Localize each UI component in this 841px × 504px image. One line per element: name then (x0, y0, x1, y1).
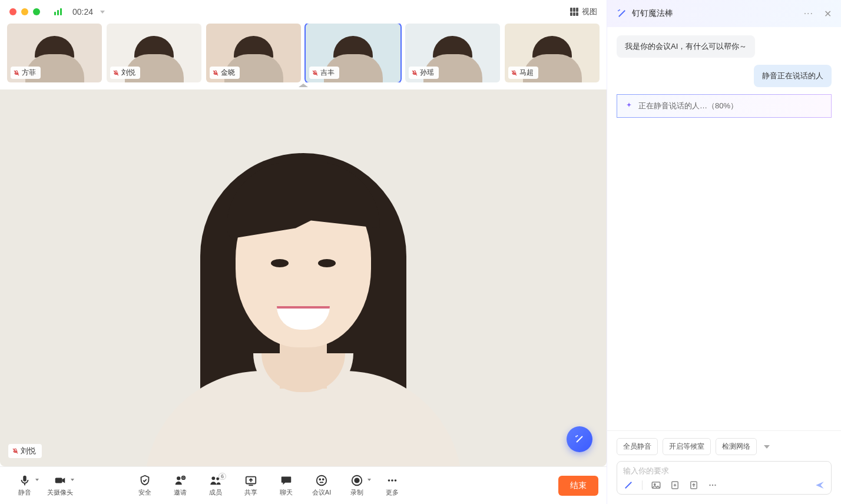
security-button[interactable]: 安全 (128, 474, 161, 497)
shield-icon (138, 474, 151, 487)
invite-icon (174, 474, 187, 487)
quick-actions-row: 全员静音 开启等候室 检测网络 (617, 438, 832, 455)
close-panel-icon[interactable]: ✕ (824, 8, 832, 19)
window-top-bar: 00:24 视图 (0, 0, 607, 24)
add-file-icon[interactable] (670, 480, 680, 490)
upload-file-icon[interactable] (688, 480, 699, 490)
meeting-timer: 00:24 (72, 7, 93, 16)
participant-label: 吉丰 (309, 67, 339, 79)
collapse-strip-button[interactable] (0, 82, 607, 89)
members-count-badge: 6 (218, 473, 226, 480)
svg-point-23 (388, 479, 390, 482)
participant-name: 孙瑶 (420, 68, 434, 78)
participant-strip-container: 方菲 刘悦 金晓 吉丰 (0, 24, 607, 89)
svg-point-14 (211, 476, 215, 480)
mic-muted-icon (212, 69, 219, 77)
svg-point-32 (709, 485, 710, 486)
mic-muted-icon (12, 447, 19, 455)
close-window-dot[interactable] (9, 8, 16, 15)
mic-muted-icon (511, 69, 518, 77)
svg-point-24 (391, 479, 393, 482)
participant-tile[interactable]: 吉丰 (306, 24, 400, 82)
timer-dropdown-icon[interactable] (100, 11, 105, 14)
participant-tile[interactable]: 金晓 (206, 24, 301, 82)
meeting-ai-button[interactable]: 会议AI (305, 474, 338, 497)
signal-strength-icon (54, 8, 62, 15)
wand-tool-icon[interactable] (623, 480, 634, 490)
participant-label: 方菲 (11, 67, 41, 79)
camera-button[interactable]: 关摄像头 (44, 474, 77, 497)
chevron-down-icon (35, 479, 39, 481)
participant-tile[interactable]: 刘悦 (107, 24, 201, 82)
mic-muted-icon (112, 69, 120, 77)
participant-name: 刘悦 (121, 68, 135, 78)
main-speaker-avatar-placeholder (162, 130, 445, 466)
quick-action-waiting-room[interactable]: 开启等候室 (663, 438, 711, 455)
participant-tile[interactable]: 方菲 (7, 24, 102, 82)
user-message-bubble: 静音正在说话的人 (754, 65, 832, 87)
record-button[interactable]: 录制 (340, 474, 373, 497)
ai-input-box (617, 461, 832, 495)
more-button[interactable]: 更多 (376, 474, 409, 497)
send-icon[interactable] (814, 480, 825, 490)
main-speaker-video[interactable]: 刘悦 (0, 89, 607, 466)
ai-status-text: 正在静音说话的人…（80%） (638, 101, 738, 111)
ai-panel-header: 钉钉魔法棒 ··· ✕ (607, 0, 841, 27)
view-mode-label: 视图 (582, 6, 597, 17)
mic-muted-icon (13, 69, 20, 77)
quick-action-network-check[interactable]: 检测网络 (716, 438, 757, 455)
svg-rect-7 (23, 476, 27, 482)
grid-view-icon (570, 8, 578, 16)
participant-label: 刘悦 (110, 67, 140, 79)
microphone-icon (18, 474, 31, 487)
ai-panel-title: 钉钉魔法棒 (632, 8, 673, 19)
participants-strip: 方菲 刘悦 金晓 吉丰 (0, 24, 607, 82)
chevron-down-icon (367, 479, 371, 481)
participant-name: 金晓 (221, 68, 235, 78)
more-icon (386, 474, 399, 487)
svg-point-22 (355, 478, 359, 482)
quick-action-mute-all[interactable]: 全员静音 (617, 438, 658, 455)
chevron-down-icon (764, 445, 770, 449)
end-meeting-button[interactable]: 结束 (558, 476, 598, 496)
mic-muted-icon (411, 69, 418, 77)
participant-name: 方菲 (22, 68, 36, 78)
quick-actions-expand[interactable] (761, 445, 770, 449)
invite-button[interactable]: 邀请 (164, 474, 197, 497)
ai-progress-status: 正在静音说话的人…（80%） (617, 94, 832, 118)
main-meeting-area: 00:24 视图 方菲 刘悦 (0, 0, 607, 504)
svg-point-10 (177, 476, 180, 480)
image-icon[interactable] (651, 480, 661, 490)
ai-assistant-fab[interactable] (567, 426, 592, 452)
participant-label: 孙瑶 (409, 67, 439, 79)
members-button[interactable]: 6 成员 (199, 474, 232, 497)
chevron-down-icon (71, 479, 74, 481)
minimize-window-dot[interactable] (21, 8, 28, 15)
participant-name: 马超 (519, 68, 534, 78)
magic-wand-icon (617, 8, 627, 19)
svg-point-34 (714, 485, 716, 486)
more-options-icon[interactable]: ··· (804, 8, 813, 19)
view-mode-button[interactable]: 视图 (570, 6, 597, 17)
more-tools-icon[interactable] (707, 480, 718, 490)
svg-point-25 (395, 479, 397, 482)
ai-input-area: 全员静音 开启等候室 检测网络 (607, 430, 841, 504)
participant-tile[interactable]: 孙瑶 (405, 24, 500, 82)
svg-point-18 (317, 476, 327, 486)
mic-muted-icon (312, 69, 319, 77)
share-screen-icon (244, 474, 257, 487)
chat-button[interactable]: 聊天 (270, 474, 303, 497)
meeting-controls-bar: 静音 关摄像头 安全 邀请 6 成员 (0, 466, 607, 504)
divider (642, 480, 643, 490)
ai-face-icon (315, 474, 328, 487)
participant-label: 马超 (508, 67, 538, 79)
participant-tile[interactable]: 马超 (505, 24, 600, 82)
window-controls[interactable] (9, 8, 40, 15)
ai-text-input[interactable] (623, 466, 825, 475)
svg-rect-9 (55, 478, 62, 483)
main-speaker-label: 刘悦 (8, 444, 42, 458)
mute-button[interactable]: 静音 (8, 474, 41, 497)
record-icon (350, 474, 363, 487)
maximize-window-dot[interactable] (33, 8, 40, 15)
share-button[interactable]: 共享 (234, 474, 267, 497)
